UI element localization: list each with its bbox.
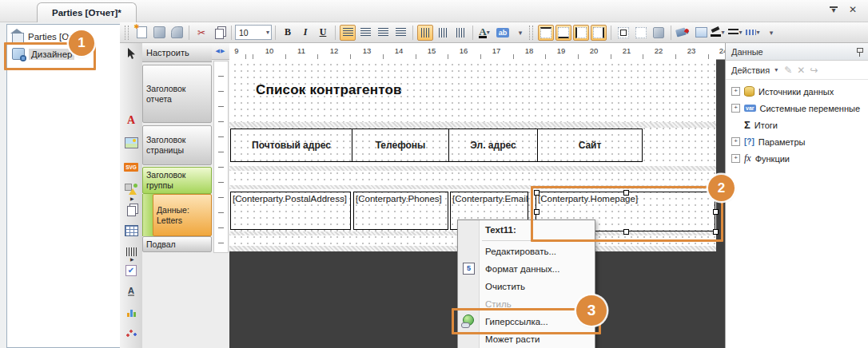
copy-button[interactable] (211, 25, 227, 41)
tree-item-totals[interactable]: + Σ Итоги (726, 117, 868, 133)
tree-item-datasources[interactable]: + Источники данных (726, 83, 868, 100)
italic-button[interactable]: I (297, 25, 313, 41)
band-divider[interactable] (229, 166, 716, 171)
border-none-button[interactable] (633, 25, 649, 41)
line-color-button[interactable]: ▾ (711, 25, 727, 41)
scissors-icon: ✂ (197, 27, 205, 38)
picture-icon (125, 137, 138, 148)
view-icon[interactable]: ↪ (810, 65, 818, 76)
expand-icon[interactable]: + (731, 154, 740, 163)
toolbar-separator (412, 26, 413, 40)
toolbar-overflow-button[interactable]: ▾ (512, 25, 528, 41)
border-bottom-button[interactable] (555, 25, 571, 41)
toolbar-grip[interactable] (125, 26, 129, 40)
tab-parties[interactable]: Parties [Отчет]* (37, 2, 137, 22)
text-object-button[interactable]: A (122, 113, 140, 128)
header-cell-site[interactable]: Сайт (537, 129, 643, 162)
toolbar-overflow-button[interactable]: ▾ (763, 25, 779, 41)
band-page-header[interactable]: Заголовок страницы (142, 125, 212, 165)
fill-style-button[interactable] (693, 25, 709, 41)
menu-item-format-data[interactable]: Формат данных... (485, 260, 559, 278)
header-cell-email[interactable]: Эл. адрес (448, 129, 538, 162)
table-object-button[interactable] (122, 223, 140, 238)
align-left-button[interactable] (340, 25, 356, 41)
border-bottom-icon (558, 27, 569, 38)
header-cell-postal[interactable]: Почтовый адрес (230, 129, 352, 162)
chevron-down-icon[interactable]: ▾ (774, 66, 779, 73)
vertical-ruler: ◀▶ (212, 43, 230, 348)
menu-item-clear[interactable]: Очистить (485, 278, 525, 295)
font-color-button[interactable]: A▾ (477, 25, 493, 41)
tab-menu-icon[interactable]: ▾ (826, 3, 841, 16)
data-cell-postal[interactable]: [Conterparty.PostalAddress] (230, 192, 351, 230)
report-title-object[interactable]: Список контрагентов (256, 82, 402, 98)
new-object-button[interactable] (133, 25, 149, 41)
band-report-header[interactable]: Заголовок отчета (142, 65, 212, 123)
bands-configure-button[interactable]: Настроить (142, 43, 212, 62)
new-page-icon (137, 26, 147, 38)
tools-button[interactable] (151, 25, 167, 41)
data-panel-actions-bar: Действия ▾ ✎ ✕ ↪ (726, 61, 868, 80)
valign-center-button[interactable] (435, 25, 451, 41)
header-cell-phones[interactable]: Телефоны (352, 129, 449, 162)
data-cell-phones[interactable]: [Conterparty.Phones] (353, 192, 448, 230)
band-group-header[interactable]: Заголовок группы (142, 167, 212, 194)
band-collapse-arrows[interactable]: ◀▶ (212, 43, 229, 60)
expand-icon[interactable]: + (731, 137, 740, 146)
border-right-icon (593, 27, 604, 38)
valign-bottom-button[interactable] (452, 25, 468, 41)
subreport-object-button[interactable] (122, 203, 140, 217)
tree-item-parameters[interactable]: + [?] Параметры (726, 133, 868, 150)
line-width-button[interactable]: ▾ (728, 25, 744, 41)
hammer-icon (153, 26, 165, 38)
tree-item-system-variables[interactable]: + var Системные переменные (726, 100, 868, 117)
border-right-button[interactable] (591, 25, 607, 41)
expand-icon[interactable]: + (731, 87, 740, 96)
picture-object-button[interactable] (122, 136, 140, 150)
close-icon[interactable]: ✕ (846, 3, 860, 16)
shapes-flyout-arrow[interactable]: ▶ (122, 195, 140, 201)
delete-icon[interactable]: ✕ (797, 65, 805, 76)
valign-top-button[interactable] (417, 25, 433, 41)
barcode-flyout-arrow[interactable]: ▶ (122, 255, 140, 262)
underline-button[interactable]: U (315, 25, 331, 41)
line-style-button[interactable]: ▾ (746, 25, 762, 41)
barcode-icon (126, 247, 137, 256)
bold-button[interactable]: B (280, 25, 296, 41)
pin-icon[interactable] (856, 47, 863, 57)
edit-icon[interactable]: ✎ (784, 65, 792, 76)
options-button[interactable] (169, 25, 185, 41)
wrench-icon (171, 26, 183, 38)
sidebar-item-report[interactable]: Parties [От (12, 30, 73, 43)
border-none-icon (635, 27, 647, 38)
menu-item-edit[interactable]: Редактировать... (485, 243, 556, 260)
actions-dropdown[interactable]: Действия (731, 65, 770, 75)
band-data[interactable]: Данные: Letters (153, 194, 212, 236)
toolbar-grip[interactable] (529, 26, 533, 40)
text-highlight-button[interactable]: ab (495, 25, 511, 41)
border-all-button[interactable] (615, 25, 631, 41)
tree-item-functions[interactable]: + fx Функции (726, 150, 868, 167)
cut-button[interactable]: ✂ (193, 25, 209, 41)
fill-color-button[interactable]: ▾ (675, 25, 691, 41)
checkbox-object-button[interactable]: ✔ (122, 263, 140, 278)
expand-icon[interactable]: + (731, 104, 740, 113)
font-size-combobox[interactable]: 10▾ (235, 25, 272, 40)
band-divider[interactable] (229, 122, 716, 128)
valign-center-icon (439, 28, 448, 38)
align-center-button[interactable] (357, 25, 373, 41)
svg-object-button[interactable]: SVG (122, 160, 140, 174)
border-left-icon (575, 27, 587, 38)
border-properties-button[interactable] (651, 25, 667, 41)
border-left-button[interactable] (573, 25, 589, 41)
rich-text-object-button[interactable]: A (122, 284, 140, 299)
align-justify-button[interactable] (392, 25, 408, 41)
chart-object-button[interactable] (122, 305, 140, 319)
var-icon: var (744, 105, 756, 112)
band-footer[interactable]: Подвал (142, 236, 212, 252)
tree-item-label: Источники данных (759, 87, 834, 97)
align-right-button[interactable] (375, 25, 391, 41)
select-tool-button[interactable] (122, 46, 140, 61)
sparkline-object-button[interactable] (122, 326, 140, 340)
border-top-button[interactable] (538, 25, 554, 41)
